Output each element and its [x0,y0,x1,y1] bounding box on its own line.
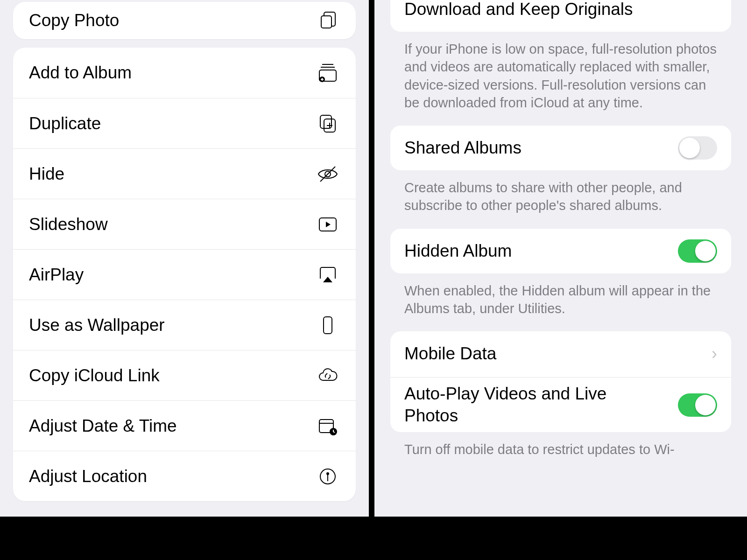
hide-icon [317,163,339,185]
location-pin-icon [317,465,339,488]
airplay-label: AirPlay [29,265,84,285]
download-originals-row[interactable]: Download and Keep Originals [390,0,731,32]
add-to-album-icon [317,62,339,84]
download-originals-label: Download and Keep Originals [404,0,633,19]
hidden-album-footer: When enabled, the Hidden album will appe… [390,273,731,332]
hidden-album-label: Hidden Album [404,241,512,261]
svg-rect-0 [321,16,331,28]
slideshow-label: Slideshow [29,215,108,234]
copy-photo-row[interactable]: Copy Photo [13,2,356,39]
shared-albums-label: Shared Albums [404,138,521,158]
chevron-right-icon: › [712,344,717,364]
airplay-row[interactable]: AirPlay [13,249,356,300]
copy-icon [317,9,339,32]
autoplay-footer: Turn off mobile data to restrict updates… [390,432,731,458]
play-icon [317,213,339,236]
svg-rect-16 [324,317,332,334]
svg-marker-15 [323,277,332,282]
svg-marker-14 [326,222,331,227]
cloud-link-icon [317,364,339,387]
duplicate-icon [317,112,339,135]
hidden-album-toggle[interactable] [678,239,717,263]
autoplay-row[interactable]: Auto-Play Videos and Live Photos [390,377,731,432]
use-as-wallpaper-label: Use as Wallpaper [29,315,165,335]
photo-actions-menu: Copy Photo Add to Album [0,0,369,517]
airplay-icon [317,264,339,286]
copy-icloud-link-row[interactable]: Copy iCloud Link [13,350,356,400]
adjust-date-time-row[interactable]: Adjust Date & Time [13,400,356,451]
copy-icloud-link-label: Copy iCloud Link [29,366,160,385]
adjust-location-row[interactable]: Adjust Location [13,451,356,501]
svg-line-12 [320,167,335,182]
shared-albums-footer: Create albums to share with other people… [390,170,731,229]
slideshow-row[interactable]: Slideshow [13,199,356,249]
mobile-data-label: Mobile Data [404,344,496,364]
phone-icon [317,314,339,336]
download-originals-footer: If your iPhone is low on space, full-res… [390,32,731,126]
copy-photo-label: Copy Photo [29,11,119,30]
photos-settings: Download and Keep Originals If your iPho… [374,0,747,517]
duplicate-label: Duplicate [29,114,101,133]
hide-row[interactable]: Hide [13,148,356,199]
hidden-album-row[interactable]: Hidden Album [390,229,731,273]
autoplay-label: Auto-Play Videos and Live Photos [404,383,628,427]
add-to-album-row[interactable]: Add to Album [13,48,356,98]
adjust-location-label: Adjust Location [29,467,147,486]
shared-albums-toggle[interactable] [678,136,717,160]
add-to-album-label: Add to Album [29,63,132,83]
autoplay-toggle[interactable] [678,393,717,417]
hide-label: Hide [29,164,64,184]
calendar-clock-icon [317,415,339,437]
mobile-data-row[interactable]: Mobile Data › [390,331,731,376]
adjust-date-time-label: Adjust Date & Time [29,416,177,436]
shared-albums-row[interactable]: Shared Albums [390,126,731,170]
use-as-wallpaper-row[interactable]: Use as Wallpaper [13,300,356,350]
duplicate-row[interactable]: Duplicate [13,98,356,148]
